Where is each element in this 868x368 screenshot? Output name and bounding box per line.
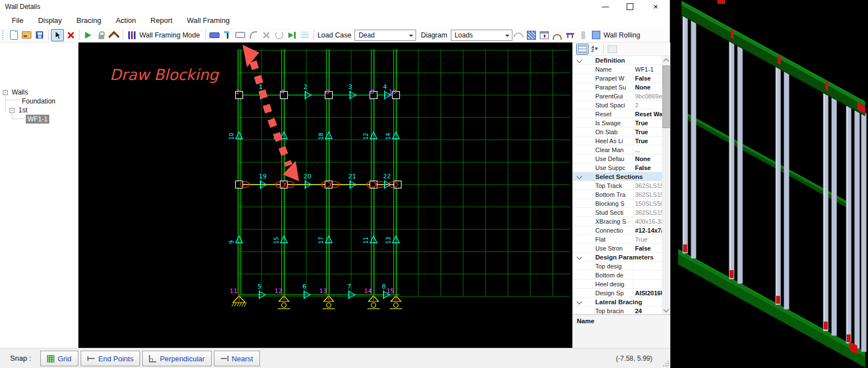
prop-value[interactable]: False xyxy=(633,244,662,252)
collapse-chevron-icon[interactable] xyxy=(577,299,582,305)
toolbar-grip[interactable] xyxy=(2,30,5,40)
tree-expander-1st[interactable]: - xyxy=(10,108,15,113)
prop-value[interactable] xyxy=(633,271,662,279)
menu-item-report[interactable]: Report xyxy=(143,13,180,28)
draw-arc-button[interactable] xyxy=(247,29,260,41)
prop-row-stud-secti[interactable]: Stud Secti362SLS155-37r xyxy=(573,208,662,217)
prop-row-heel-as-li[interactable]: Heel As LiTrue xyxy=(573,136,662,145)
tree-item-1st[interactable]: 1st xyxy=(17,106,29,115)
property-scrollbar[interactable] xyxy=(662,56,670,314)
prop-row-stud-spaci[interactable]: Stud Spaci2 xyxy=(573,101,662,110)
erase-button[interactable] xyxy=(260,29,273,41)
prop-value[interactable]: 24 xyxy=(633,306,662,314)
prop-value[interactable] xyxy=(633,262,662,270)
undo-button[interactable] xyxy=(108,29,120,41)
save-button[interactable] xyxy=(33,29,46,41)
prop-row-heel-desig[interactable]: Heel desig xyxy=(573,280,662,289)
prop-value[interactable]: 2 xyxy=(633,101,662,109)
wall-canvas-svg[interactable]: 2468101234101618121419202122915171113567… xyxy=(78,43,572,348)
prop-value[interactable]: AISI2016USA xyxy=(633,289,662,297)
prop-row-xbracing-s[interactable]: XBracing S400x16-33 xyxy=(573,217,662,226)
prop-value[interactable]: ... xyxy=(633,145,662,154)
prop-row-flat[interactable]: FlatTrue xyxy=(573,235,662,244)
wall-framing-mode-button[interactable] xyxy=(125,29,138,41)
prop-row-top-track[interactable]: Top Track362SLS155-37r xyxy=(573,181,662,190)
refresh-button[interactable] xyxy=(273,29,286,41)
load-case-select[interactable]: Dead xyxy=(354,30,416,41)
collapse-chevron-icon[interactable] xyxy=(577,58,582,63)
prop-row-design-sp[interactable]: Design SpAISI2016USA xyxy=(573,289,662,298)
menu-item-file[interactable]: File xyxy=(4,13,31,28)
prop-row-name[interactable]: NameWF1-1 xyxy=(573,65,662,74)
prop-row-reset[interactable]: ResetReset Wall xyxy=(573,110,662,119)
prop-row-blocking-s[interactable]: Blocking S150SLS50-54mi xyxy=(573,199,662,208)
prop-category-lateral-bracing[interactable]: Lateral Bracing xyxy=(573,298,662,306)
select-pointer-button[interactable] xyxy=(51,29,64,41)
dome-button[interactable] xyxy=(512,29,525,41)
prop-value[interactable]: True xyxy=(633,128,662,136)
draw-wall-button[interactable] xyxy=(208,29,221,41)
scroll-up-arrow[interactable] xyxy=(662,56,670,64)
minimize-button[interactable]: — xyxy=(594,0,617,13)
prop-row-on-slab[interactable]: On SlabTrue xyxy=(573,128,662,136)
prop-value[interactable]: #12-14x7/8[H xyxy=(633,226,662,234)
prop-value[interactable]: True xyxy=(633,119,662,127)
run-button[interactable] xyxy=(82,29,95,41)
menu-item-action[interactable]: Action xyxy=(109,13,143,28)
new-document-button[interactable] xyxy=(7,29,20,41)
prop-value[interactable]: 362SLS155-37r xyxy=(633,208,662,216)
draw-beam-button[interactable] xyxy=(234,29,247,41)
prop-row-top-bracin[interactable]: Top bracin24 xyxy=(573,306,662,314)
prop-row-use-suppc[interactable]: Use SuppcFalse xyxy=(573,163,662,172)
resize-grip[interactable] xyxy=(662,360,669,366)
prop-row-bottom-de[interactable]: Bottom de xyxy=(573,271,662,280)
load-table-button[interactable] xyxy=(538,29,551,41)
shaded-wall-button[interactable] xyxy=(525,29,538,41)
snap-button-grid[interactable]: Grid xyxy=(40,351,78,366)
tree-expander-walls[interactable]: - xyxy=(3,90,8,95)
wall-rolling-toggle[interactable] xyxy=(590,29,603,41)
prop-value[interactable]: 150SLS50-54mi xyxy=(633,199,662,207)
prop-value[interactable]: WF1-1 xyxy=(633,65,662,73)
scrollbar-thumb[interactable] xyxy=(662,65,670,128)
maximize-button[interactable] xyxy=(618,0,642,13)
prop-value[interactable]: True xyxy=(633,235,662,243)
run-selected-button[interactable] xyxy=(286,29,298,41)
snap-button-perpendicular[interactable]: Perpendicular xyxy=(142,351,211,366)
menu-item-bracing[interactable]: Bracing xyxy=(69,13,109,28)
prop-value[interactable]: None xyxy=(633,154,662,163)
prop-category-definition[interactable]: Definition xyxy=(573,56,662,65)
prop-value[interactable]: 362SLS155-37r xyxy=(633,181,662,190)
menu-item-wall-framing[interactable]: Wall Framing xyxy=(180,13,237,28)
property-pages-button[interactable] xyxy=(606,44,618,55)
snap-button-end-points[interactable]: End Points xyxy=(81,351,141,366)
open-button[interactable] xyxy=(20,29,33,41)
close-button[interactable]: × xyxy=(644,0,668,13)
prop-category-design-parameters[interactable]: Design Parameters xyxy=(573,253,662,262)
support-table-button[interactable] xyxy=(564,29,577,41)
tree-item-wf1-1[interactable]: WF1-1 xyxy=(26,115,49,124)
prop-row-use-stron[interactable]: Use StronFalse xyxy=(573,244,662,253)
prop-row-bottom-tra[interactable]: Bottom Tra362SLS155-37r xyxy=(573,190,662,199)
prop-row-parapet-su[interactable]: Parapet SuNone xyxy=(573,83,662,92)
prop-value[interactable]: False xyxy=(633,74,662,82)
draw-stud-button[interactable] xyxy=(221,29,234,41)
wind-load-button[interactable] xyxy=(298,29,311,41)
diagram-select[interactable]: Loads xyxy=(451,30,512,41)
delete-button[interactable] xyxy=(64,29,77,41)
prop-value[interactable]: 9bc0869e-e56e xyxy=(633,92,662,100)
prop-value[interactable]: False xyxy=(633,163,662,172)
collapse-chevron-icon[interactable] xyxy=(577,174,582,180)
hook-button[interactable] xyxy=(551,29,564,41)
tree-item-foundation[interactable]: Foundation xyxy=(20,97,57,106)
scroll-down-arrow[interactable] xyxy=(662,306,670,314)
prop-value[interactable] xyxy=(633,280,662,288)
prop-row-connectio[interactable]: Connectio#12-14x7/8[H xyxy=(573,226,662,235)
prop-value[interactable]: 362SLS155-37r xyxy=(633,190,662,199)
drawing-canvas[interactable]: 2468101234101618121419202122915171113567… xyxy=(78,43,572,348)
collapse-chevron-icon[interactable] xyxy=(577,254,582,260)
prop-row-clear-man[interactable]: Clear Man... xyxy=(573,145,662,154)
prop-category-select-sections[interactable]: Select Sections xyxy=(573,172,662,181)
lock-button[interactable] xyxy=(95,29,108,41)
prop-row-parentgui[interactable]: ParentGui9bc0869e-e56e xyxy=(573,92,662,101)
